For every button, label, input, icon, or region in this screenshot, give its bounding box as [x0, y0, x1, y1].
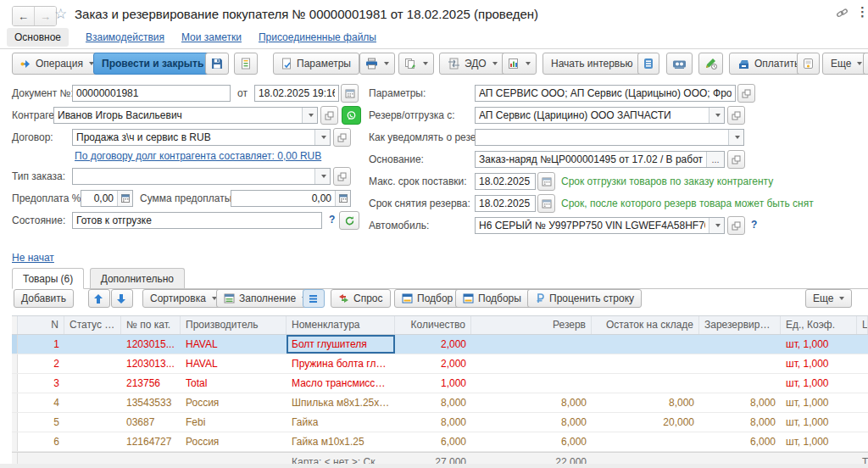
cell-qty[interactable]: 6,000	[395, 432, 471, 451]
cell-cat[interactable]: 1203013...	[121, 354, 181, 373]
tab-main[interactable]: Основное	[7, 28, 69, 47]
reserve-until-calendar-button[interactable]	[537, 194, 555, 213]
print-button[interactable]	[359, 53, 395, 75]
cell-nomenclature[interactable]: Пружина болта глуш...	[287, 354, 395, 373]
cell-unit[interactable]: шт, 1,000	[781, 374, 857, 393]
state-help-icon[interactable]: ?	[329, 214, 335, 226]
cell-manufacturer[interactable]: HAVAL	[181, 335, 287, 354]
not-started-link[interactable]: Не начат	[12, 252, 54, 264]
table-row[interactable]: 503687FebiГайка8,0008,00020,0008,000шт, …	[12, 413, 868, 432]
back-button[interactable]: ←	[13, 7, 34, 25]
cell-n[interactable]: 4	[18, 393, 64, 412]
cell-reserved[interactable]: 8,000	[699, 393, 781, 412]
cell-last[interactable]	[857, 393, 868, 412]
view-toggle-button[interactable]	[303, 289, 325, 308]
toolbar-more-button[interactable]: Еще	[822, 53, 868, 75]
cell-cat[interactable]: 1203015...	[121, 335, 181, 354]
state-input[interactable]	[73, 213, 321, 228]
cell-cat[interactable]: 03687	[121, 413, 181, 432]
table-row[interactable]: 21203013...HAVALПружина болта глуш...2,0…	[12, 354, 868, 374]
cell-status[interactable]	[64, 393, 121, 412]
contract-input[interactable]	[73, 130, 314, 145]
basis-open-button[interactable]	[727, 150, 745, 169]
cell-last[interactable]	[857, 354, 868, 373]
cell-unit[interactable]: шт, 1,000	[781, 354, 857, 373]
cell-last[interactable]	[857, 413, 868, 432]
params-open-button[interactable]	[737, 84, 755, 103]
cell-status[interactable]	[64, 335, 121, 354]
cell-manufacturer[interactable]: HAVAL	[181, 354, 287, 373]
tab-attached-files[interactable]: Присоединенные файлы	[259, 31, 376, 43]
cell-nomenclature[interactable]: Гайка	[287, 413, 395, 432]
reports-button[interactable]	[502, 53, 537, 75]
move-down-button[interactable]	[111, 289, 133, 308]
start-interview-button[interactable]: Начать интервью	[542, 53, 642, 75]
demand-button[interactable]: Спрос	[331, 289, 391, 308]
reserve-from-input[interactable]	[476, 108, 709, 123]
cell-manufacturer[interactable]: Россия	[181, 432, 287, 451]
reserve-until-input[interactable]	[476, 196, 535, 211]
order-type-open-button[interactable]	[333, 167, 351, 186]
whatsapp-button[interactable]	[342, 106, 361, 125]
cell-n[interactable]: 6	[18, 432, 64, 451]
tab-notes[interactable]: Мои заметки	[181, 31, 242, 43]
save-button[interactable]	[205, 53, 229, 75]
tab-additional[interactable]: Дополнительно	[90, 268, 185, 288]
toolbar-overflow-button[interactable]	[863, 53, 868, 75]
cell-reserved[interactable]: Зарезервировано	[699, 316, 781, 334]
sort-button[interactable]: Сортировка	[142, 289, 225, 308]
notify-input[interactable]	[476, 130, 728, 145]
cell-reserve[interactable]: 6,000	[471, 432, 592, 451]
cell-qty[interactable]: 2,000	[395, 354, 471, 373]
cell-qty[interactable]: 8,000	[395, 393, 471, 412]
cell-cat[interactable]: 12164727	[121, 432, 181, 451]
prepay-calc-button[interactable]	[117, 191, 132, 206]
cell-n[interactable]: 2	[18, 354, 64, 373]
max-delivery-calendar-button[interactable]	[537, 172, 555, 191]
cell-n[interactable]: 5	[18, 413, 64, 432]
cell-n[interactable]: N	[18, 316, 64, 334]
price-row-button[interactable]: Проценить строку	[527, 289, 642, 308]
order-type-input[interactable]	[73, 169, 314, 184]
move-up-button[interactable]	[88, 289, 110, 308]
prepay-sum-calc-button[interactable]	[335, 191, 350, 206]
cell-stock[interactable]	[592, 374, 699, 393]
table-row[interactable]: 3213756TotalМасло трансмиссион...1,000шт…	[12, 374, 868, 393]
copy-button[interactable]	[398, 53, 434, 75]
cell-stock[interactable]	[592, 354, 699, 373]
list-button[interactable]	[637, 53, 659, 75]
items-more-button[interactable]: Еще	[805, 289, 852, 308]
reserve-from-open-button[interactable]	[727, 106, 745, 125]
cell-cat[interactable]: 213756	[121, 374, 181, 393]
cell-stock[interactable]	[592, 432, 699, 451]
table-row[interactable]: 11203015...HAVALБолт глушителя2,000шт, 1…	[12, 335, 868, 354]
car-input[interactable]	[476, 218, 709, 233]
add-row-button[interactable]: Добавить	[14, 289, 74, 308]
contractor-dropdown[interactable]	[302, 108, 317, 123]
cell-n[interactable]: 1	[18, 335, 64, 354]
reserve-from-dropdown[interactable]	[709, 108, 724, 123]
cell-nomenclature[interactable]: Шпилька м8х1.25х41	[287, 393, 395, 412]
cell-stock[interactable]: 20,000	[592, 413, 699, 432]
card-button[interactable]	[797, 53, 820, 75]
tab-interactions[interactable]: Взаимодействия	[86, 31, 164, 43]
contract-debt-link[interactable]: По договору долг контрагента составляет:…	[75, 150, 321, 162]
cell-status[interactable]	[64, 413, 121, 432]
cell-qty[interactable]: 2,000	[395, 335, 471, 354]
cell-qty[interactable]: 1,000	[395, 374, 471, 393]
fill-button[interactable]: Заполнение	[216, 289, 314, 308]
contract-dropdown[interactable]	[314, 130, 330, 145]
car-dropdown[interactable]	[709, 218, 724, 233]
cell-last[interactable]	[857, 335, 868, 354]
kebab-menu-icon[interactable]: ⋮	[856, 4, 868, 20]
cell-manufacturer[interactable]: Febi	[181, 413, 287, 432]
cell-unit[interactable]: шт, 1,000	[781, 335, 857, 354]
cell-status[interactable]: Статус А...	[64, 316, 121, 334]
cell-reserve[interactable]	[471, 374, 592, 393]
get-link-icon[interactable]	[836, 7, 849, 20]
notify-dropdown[interactable]	[728, 130, 743, 145]
cell-qty[interactable]: Количество	[395, 316, 471, 334]
cell-unit[interactable]: шт, 1,000	[781, 393, 857, 412]
contractor-input[interactable]	[54, 108, 302, 123]
cell-status[interactable]	[64, 354, 121, 373]
